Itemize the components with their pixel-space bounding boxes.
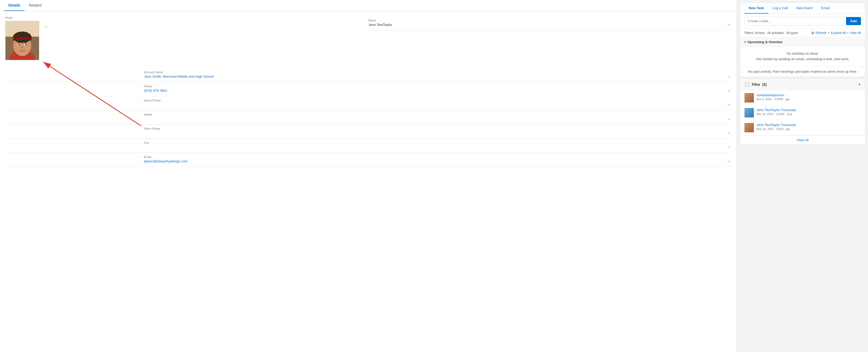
task-input-row: Add xyxy=(740,13,865,29)
file-meta-0: Nov 4, 2022 · 470KB · jpg xyxy=(756,98,861,101)
email-content: Email jtaylor@deepwhydesign.com xyxy=(144,155,724,163)
email-value[interactable]: jtaylor@deepwhydesign.com xyxy=(144,159,187,163)
file-info-2: Jenn TestTaylor Transcript May 16, 2021 … xyxy=(756,123,861,131)
upcoming-title: Upcoming & Overdue xyxy=(748,40,782,44)
upcoming-header: ▾ Upcoming & Overdue xyxy=(740,37,865,47)
file-thumb-inner-0 xyxy=(744,93,754,103)
refresh-link[interactable]: Refresh xyxy=(816,31,827,35)
account-name-edit-icon[interactable]: ✏ xyxy=(727,74,732,79)
other-phone-content: Other Phone xyxy=(144,127,724,131)
tab-log-call[interactable]: Log a Call xyxy=(768,3,792,13)
svg-point-11 xyxy=(18,44,20,46)
photo-wrapper: ✏ xyxy=(5,21,358,60)
tab-related[interactable]: Related xyxy=(25,0,45,11)
home-phone-row: Home Phone ✏ xyxy=(5,96,732,110)
tab-new-task[interactable]: New Task xyxy=(744,3,768,13)
home-phone-content: Home Phone xyxy=(144,99,724,103)
mobile-edit-icon[interactable]: ✏ xyxy=(727,117,732,121)
fax-row: Fax ✏ xyxy=(5,139,732,153)
filter-links: Refresh • Expand All • View All xyxy=(816,31,861,35)
right-panel: New Task Log a Call New Event Email Add … xyxy=(737,0,868,352)
mobile-label: Mobile xyxy=(144,113,724,116)
phone-edit-icon[interactable]: ✏ xyxy=(727,89,732,93)
file-info-1: Jenn TestTaylor Transcript Mar 18, 2022 … xyxy=(756,108,861,115)
file-size-0: 470KB xyxy=(775,98,783,101)
expand-all-link[interactable]: Expand All xyxy=(831,31,846,35)
left-content: Photo xyxy=(0,11,737,352)
no-past-text: No past activity. Past meetings and task… xyxy=(740,66,865,77)
view-all-activity-link[interactable]: View All xyxy=(850,31,861,35)
svg-point-14 xyxy=(26,44,26,45)
svg-point-13 xyxy=(19,44,20,45)
chevron-icon: ▾ xyxy=(744,40,746,44)
file-item-1: Jenn TestTaylor Transcript Mar 18, 2022 … xyxy=(740,105,865,120)
file-name-1[interactable]: Jenn TestTaylor Transcript xyxy=(756,108,796,112)
account-name-label: Account Name xyxy=(144,71,724,74)
file-name-0[interactable]: nonexistantperson xyxy=(756,93,784,97)
photo-section: Photo xyxy=(5,16,358,60)
home-phone-label: Home Phone xyxy=(144,99,724,102)
email-edit-icon[interactable]: ✏ xyxy=(727,159,732,164)
files-title: 📄 Files (3) xyxy=(744,82,767,87)
file-type-2: jpg xyxy=(786,127,790,131)
file-thumb-1 xyxy=(744,108,754,117)
file-item-0: nonexistantperson Nov 4, 2022 · 470KB · … xyxy=(740,91,865,105)
other-phone-row: Other Phone ✏ xyxy=(5,125,732,139)
fax-content: Fax xyxy=(144,141,724,145)
file-type-1: png xyxy=(787,112,792,115)
svg-point-16 xyxy=(15,47,19,50)
file-thumb-inner-1 xyxy=(744,108,754,117)
svg-point-12 xyxy=(25,44,27,46)
files-title-text: Files xyxy=(752,82,760,86)
tab-new-event[interactable]: New Event xyxy=(792,3,817,13)
fax-label: Fax xyxy=(144,141,724,144)
full-width-fields: Account Name Jane Smith. Memorial Middle… xyxy=(5,68,732,167)
tab-details[interactable]: Details xyxy=(4,0,25,11)
svg-rect-8 xyxy=(13,38,32,39)
file-thumb-2 xyxy=(744,123,754,132)
upcoming-section: ▾ Upcoming & Overdue No activities to sh… xyxy=(740,37,865,77)
right-col: Name Jenn TestTaylor ✏ xyxy=(369,16,732,65)
fax-edit-icon[interactable]: ✏ xyxy=(727,145,732,150)
name-value: Jenn TestTaylor xyxy=(369,23,725,27)
account-name-content: Account Name Jane Smith. Memorial Middle… xyxy=(144,71,724,78)
files-count: (3) xyxy=(762,82,767,86)
file-info-0: nonexistantperson Nov 4, 2022 · 470KB · … xyxy=(756,93,861,101)
files-dropdown-icon[interactable]: ▼ xyxy=(858,83,861,86)
svg-point-6 xyxy=(13,32,32,43)
file-meta-1: Mar 18, 2022 · 112KB · png xyxy=(756,112,861,115)
file-date-2: May 16, 2021 xyxy=(756,127,774,131)
file-thumb-0 xyxy=(744,93,754,103)
email-label: Email xyxy=(144,155,724,159)
task-input[interactable] xyxy=(744,17,844,25)
file-thumb-inner-2 xyxy=(744,123,754,132)
mobile-row: Mobile ✏ xyxy=(5,110,732,125)
file-meta-2: May 16, 2021 · 51KB · jpg xyxy=(756,127,861,131)
account-name-value[interactable]: Jane Smith. Memorial Middle and High Sch… xyxy=(144,74,214,78)
file-size-1: 112KB xyxy=(776,112,784,115)
phone-value[interactable]: (978) 979-3901 xyxy=(144,89,167,93)
photo-image xyxy=(5,21,39,60)
svg-point-17 xyxy=(26,47,30,50)
photo-edit-icon[interactable]: ✏ xyxy=(43,25,49,30)
file-type-0: jpg xyxy=(785,98,789,101)
account-name-row: Account Name Jane Smith. Memorial Middle… xyxy=(5,68,732,82)
home-phone-edit-icon[interactable]: ✏ xyxy=(727,103,732,107)
gear-icon[interactable]: ⚙ xyxy=(811,31,815,35)
file-size-2: 51KB xyxy=(776,127,783,131)
other-phone-edit-icon[interactable]: ✏ xyxy=(727,131,732,136)
left-panel: Details Related Photo xyxy=(0,0,737,352)
phone-label: Phone xyxy=(144,85,724,88)
files-view-all: View All xyxy=(740,135,865,145)
file-name-2[interactable]: Jenn TestTaylor Transcript xyxy=(756,123,796,127)
name-edit-icon[interactable]: ✏ xyxy=(727,23,732,28)
other-phone-label: Other Phone xyxy=(144,127,724,130)
no-activity-line2: Get started by sending an email, schedul… xyxy=(744,57,861,62)
files-view-all-link[interactable]: View All xyxy=(797,138,809,142)
add-button[interactable]: Add xyxy=(846,17,861,25)
file-date-0: Nov 4, 2022 xyxy=(756,98,772,101)
name-field-content: Name Jenn TestTaylor xyxy=(369,19,725,27)
tab-email[interactable]: Email xyxy=(817,3,834,13)
file-item-2: Jenn TestTaylor Transcript May 16, 2021 … xyxy=(740,120,865,135)
phone-row: Phone (978) 979-3901 ✏ xyxy=(5,82,732,96)
